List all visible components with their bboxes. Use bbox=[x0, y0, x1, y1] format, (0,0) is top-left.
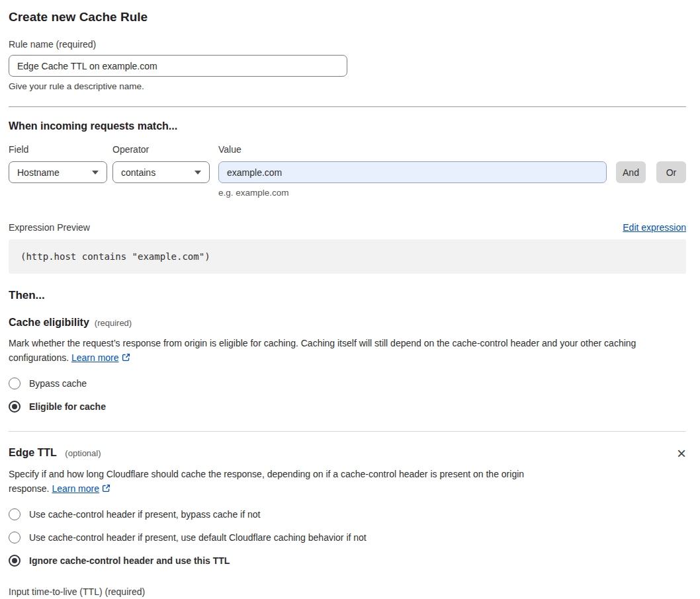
radio-label: Use cache-control header if present, byp… bbox=[29, 508, 260, 520]
operator-label: Operator bbox=[112, 144, 210, 155]
radio-selected-icon[interactable] bbox=[9, 401, 21, 413]
ttl-input-label: Input time-to-live (TTL) (required) bbox=[9, 586, 686, 598]
field-label: Field bbox=[9, 144, 107, 155]
expression-preview-header: Expression Preview Edit expression bbox=[9, 222, 686, 233]
caret-down-icon bbox=[195, 171, 201, 175]
value-column: Value e.g. example.com bbox=[218, 144, 607, 198]
create-cache-rule-page: Create new Cache Rule Rule name (require… bbox=[0, 0, 700, 599]
edit-expression-link[interactable]: Edit expression bbox=[623, 222, 686, 233]
and-button[interactable]: And bbox=[616, 161, 646, 183]
edge-ttl-title: Edge TTL bbox=[9, 447, 57, 458]
edge-ttl-qualifier: (optional) bbox=[65, 448, 101, 458]
operator-column: Operator contains bbox=[112, 144, 210, 183]
radio-label: Use cache-control header if present, use… bbox=[29, 532, 367, 543]
edge-ttl-learn-more-link[interactable]: Learn more bbox=[52, 483, 99, 494]
field-select-value: Hostname bbox=[17, 167, 60, 178]
field-column: Field Hostname bbox=[9, 144, 107, 183]
page-title: Create new Cache Rule bbox=[9, 9, 686, 24]
radio-label: Bypass cache bbox=[29, 378, 87, 389]
value-input[interactable] bbox=[218, 161, 607, 183]
radio-unselected-icon[interactable] bbox=[9, 508, 21, 520]
rule-name-helper: Give your rule a descriptive name. bbox=[9, 81, 686, 92]
expression-preview-box: (http.host contains "example.com") bbox=[9, 239, 686, 274]
edge-ttl-header: Edge TTL (optional) × bbox=[9, 446, 686, 459]
cache-eligibility-qualifier: (required) bbox=[95, 318, 132, 328]
external-link-icon bbox=[102, 484, 110, 493]
then-heading: Then... bbox=[9, 289, 686, 301]
expression-preview-label: Expression Preview bbox=[9, 222, 90, 233]
radio-option-use-header-default[interactable]: Use cache-control header if present, use… bbox=[9, 532, 686, 543]
radio-unselected-icon[interactable] bbox=[9, 532, 21, 543]
edge-ttl-title-group: Edge TTL (optional) bbox=[9, 446, 101, 459]
operator-select[interactable]: contains bbox=[112, 161, 210, 183]
radio-label: Eligible for cache bbox=[29, 401, 106, 413]
rule-name-input[interactable] bbox=[9, 55, 347, 77]
rule-name-label: Rule name (required) bbox=[9, 39, 686, 50]
match-expression-row: Field Hostname Operator contains Value e… bbox=[9, 144, 686, 198]
radio-option-bypass-cache[interactable]: Bypass cache bbox=[9, 378, 686, 389]
cache-eligibility-description: Mark whether the request’s response from… bbox=[9, 337, 686, 365]
expression-code: (http.host contains "example.com") bbox=[21, 251, 210, 262]
radio-option-ignore-header-use-ttl[interactable]: Ignore cache-control header and use this… bbox=[9, 555, 686, 567]
section-divider bbox=[9, 431, 686, 432]
or-button[interactable]: Or bbox=[656, 161, 686, 183]
external-link-icon bbox=[122, 353, 130, 362]
cache-eligibility-learn-more-link[interactable]: Learn more bbox=[71, 352, 119, 363]
caret-down-icon bbox=[92, 171, 99, 175]
cache-eligibility-header: Cache eligibility (required) bbox=[9, 316, 686, 329]
match-heading: When incoming requests match... bbox=[9, 120, 686, 132]
radio-unselected-icon[interactable] bbox=[9, 378, 21, 389]
radio-option-use-header-bypass[interactable]: Use cache-control header if present, byp… bbox=[9, 508, 686, 520]
field-select[interactable]: Hostname bbox=[9, 161, 107, 183]
operator-select-value: contains bbox=[121, 167, 155, 178]
section-divider bbox=[9, 106, 686, 107]
value-helper: e.g. example.com bbox=[218, 188, 607, 198]
close-icon[interactable]: × bbox=[677, 448, 686, 459]
radio-label: Ignore cache-control header and use this… bbox=[29, 555, 230, 567]
cache-eligibility-title: Cache eligibility bbox=[9, 316, 89, 329]
connector-buttons: And Or bbox=[607, 144, 686, 183]
radio-selected-icon[interactable] bbox=[9, 555, 21, 567]
edge-ttl-description: Specify if and how long Cloudflare shoul… bbox=[9, 467, 563, 496]
radio-option-eligible-for-cache[interactable]: Eligible for cache bbox=[9, 401, 686, 413]
value-label: Value bbox=[218, 144, 607, 155]
